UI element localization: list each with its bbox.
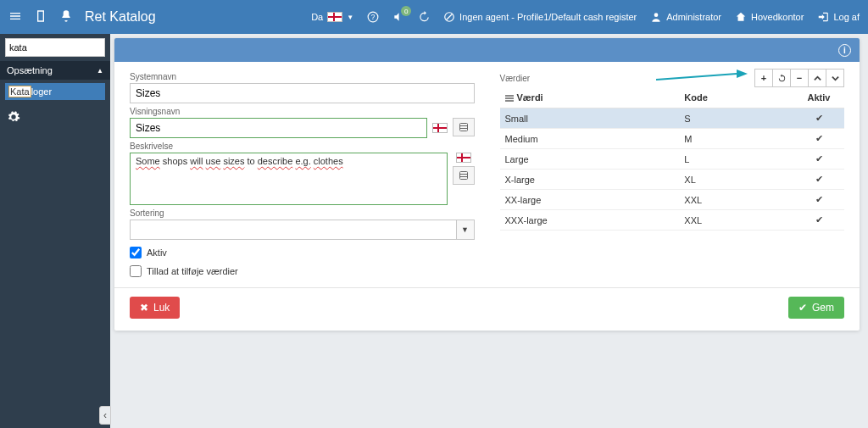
flag-dk-icon <box>327 12 342 22</box>
agent-text: Ingen agent - Profile1/Default cash regi… <box>459 12 637 22</box>
table-row[interactable]: SmallS✔ <box>500 108 845 129</box>
table-row[interactable]: X-largeXL✔ <box>500 170 845 190</box>
sortering-label: Sortering <box>130 208 475 218</box>
values-title: Værdier <box>500 74 531 83</box>
table-row[interactable]: LargeL✔ <box>500 149 845 170</box>
systemnavn-input[interactable] <box>130 83 475 103</box>
sidebar-item-rest: loger <box>31 86 52 97</box>
language-label: Da <box>311 12 323 22</box>
aktiv-checkbox[interactable]: Aktiv <box>130 247 475 258</box>
refresh-button[interactable] <box>772 69 791 87</box>
tillad-checkbox-input[interactable] <box>130 265 142 277</box>
table-header-row: Værdi Kode Aktiv <box>500 87 845 108</box>
cell-code: XXL <box>679 210 793 231</box>
cell-value: Medium <box>500 129 680 149</box>
cell-active: ✔ <box>793 190 844 210</box>
bell-icon[interactable] <box>59 9 73 25</box>
chevron-down-icon <box>832 75 839 82</box>
visningsnavn-label: Visningsnavn <box>130 107 475 116</box>
tillad-label: Tillad at tilføje værdier <box>147 266 238 276</box>
page-title: Ret Katalog <box>85 9 156 25</box>
hq-link[interactable]: Hovedkontor <box>735 11 804 23</box>
tillad-checkbox[interactable]: Tillad at tilføje værdier <box>130 265 475 277</box>
clipboard-icon[interactable] <box>34 9 47 25</box>
save-button[interactable]: ✔ Gem <box>788 297 844 319</box>
col-active: Aktiv <box>793 87 844 108</box>
sortering-input[interactable] <box>130 220 456 240</box>
translate-button[interactable] <box>453 118 475 136</box>
cell-value: Large <box>500 149 680 170</box>
svg-line-3 <box>447 14 453 20</box>
systemnavn-label: Systemnavn <box>130 72 475 81</box>
sidebar-item-highlight: Kata <box>8 86 31 97</box>
cell-code: M <box>679 129 793 149</box>
sidebar-item-kataloger[interactable]: Kataloger <box>5 83 105 100</box>
beskrivelse-label: Beskrivelse <box>130 142 475 151</box>
sidebar-search <box>0 34 110 61</box>
values-toolbar: + − <box>754 69 844 87</box>
svg-line-11 <box>656 74 737 80</box>
chevron-up-icon <box>814 75 821 82</box>
home-icon <box>735 11 747 23</box>
admin-link[interactable]: Administrator <box>650 11 721 23</box>
form-column: Systemnavn Visningsnavn Beskrivelse Some… <box>130 69 475 277</box>
translate-button[interactable] <box>453 166 475 185</box>
col-value: Værdi <box>517 92 543 103</box>
sidebar-settings[interactable] <box>0 103 110 133</box>
globe-icon <box>459 170 469 181</box>
hamburger-icon[interactable] <box>8 9 22 25</box>
refresh-icon <box>777 74 787 83</box>
svg-text:?: ? <box>371 14 376 21</box>
info-icon[interactable]: i <box>838 44 851 57</box>
close-label: Luk <box>153 302 170 314</box>
sidebar-search-input[interactable] <box>5 38 105 57</box>
flag-dk-icon[interactable] <box>432 123 448 133</box>
block-icon <box>443 11 455 23</box>
cell-code: S <box>679 108 793 129</box>
caret-down-icon[interactable]: ▼ <box>456 220 475 240</box>
panel-header: i <box>114 38 860 62</box>
remove-button[interactable]: − <box>790 69 809 87</box>
flag-dk-icon[interactable] <box>456 153 471 163</box>
visningsnavn-input[interactable] <box>130 118 427 138</box>
move-up-button[interactable] <box>808 69 826 87</box>
agent-status[interactable]: Ingen agent - Profile1/Default cash regi… <box>443 11 637 23</box>
logout-link[interactable]: Log af <box>817 11 860 23</box>
volume-icon[interactable] <box>392 11 404 23</box>
add-button[interactable]: + <box>754 69 773 87</box>
beskrivelse-textarea[interactable]: Some shops will use sizes to describe e.… <box>130 153 448 205</box>
close-button[interactable]: ✖ Luk <box>130 297 180 319</box>
help-icon[interactable]: ? <box>367 11 379 23</box>
caret-up-icon: ▲ <box>97 67 103 75</box>
svg-rect-5 <box>459 124 467 131</box>
language-selector[interactable]: Da ▼ <box>311 12 353 22</box>
cell-code: L <box>679 149 793 170</box>
move-down-button[interactable] <box>826 69 844 87</box>
cell-code: XXL <box>679 190 793 210</box>
topbar-left: Ret Katalog <box>8 9 156 25</box>
cell-value: XXX-large <box>500 210 680 231</box>
history-icon[interactable] <box>418 11 430 23</box>
cell-active: ✔ <box>793 210 844 231</box>
sortering-select[interactable]: ▼ <box>130 220 475 240</box>
table-row[interactable]: XXX-largeXXL✔ <box>500 210 845 231</box>
logout-icon <box>817 11 829 23</box>
svg-rect-8 <box>459 172 467 180</box>
svg-point-4 <box>654 13 659 17</box>
aktiv-label: Aktiv <box>147 247 167 258</box>
cell-value: Small <box>500 108 680 129</box>
save-label: Gem <box>812 302 834 314</box>
check-icon: ✔ <box>798 302 807 314</box>
sidebar-section-setup[interactable]: Opsætning ▲ <box>0 61 110 80</box>
user-icon <box>650 11 662 23</box>
values-table: Værdi Kode Aktiv SmallS✔MediumM✔LargeL✔X… <box>500 87 845 231</box>
aktiv-checkbox-input[interactable] <box>130 247 142 258</box>
table-row[interactable]: MediumM✔ <box>500 129 845 149</box>
svg-marker-12 <box>737 69 748 78</box>
main-panel: i Systemnavn Visningsnavn Beskrivelse So… <box>114 38 860 331</box>
cell-code: XL <box>679 170 793 190</box>
table-row[interactable]: XX-largeXXL✔ <box>500 190 845 210</box>
caret-down-icon: ▼ <box>347 14 353 21</box>
cell-active: ✔ <box>793 108 844 129</box>
sidebar-collapse-handle[interactable]: ‹ <box>99 406 111 425</box>
